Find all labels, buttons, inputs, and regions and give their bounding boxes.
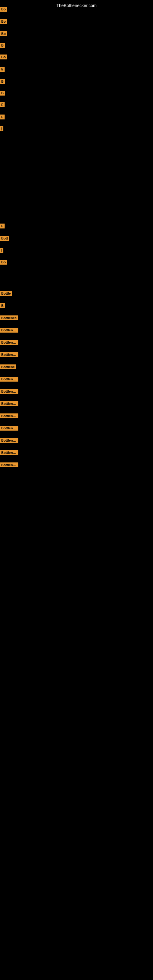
site-title: TheBottlenecker.com <box>0 1 153 10</box>
badge-b17: B <box>0 303 5 308</box>
badge-b1: Bo <box>0 7 7 12</box>
badge-b28: Bottleneck resu <box>0 438 18 443</box>
badge-b30: Bottleneck res <box>0 463 18 467</box>
badge-b2: Bo <box>0 19 7 24</box>
badge-b15: Bo <box>0 260 7 265</box>
badge-b8: B <box>0 91 5 95</box>
badge-b12: E <box>0 224 5 229</box>
badge-b13: Bott <box>0 236 9 241</box>
badge-b6: E <box>0 67 5 72</box>
badge-b19: Bottleneck <box>0 328 18 332</box>
badge-b21: Bottleneck r <box>0 352 18 357</box>
badge-b20: Bottleneck re <box>0 340 18 345</box>
badge-b7: B <box>0 79 5 84</box>
badge-b23: Bottleneck re <box>0 377 18 382</box>
badge-b16: Bottle <box>0 291 12 296</box>
badge-b4: B <box>0 43 5 48</box>
badge-b5: Bo <box>0 54 7 59</box>
badge-b29: Bottleneck resu <box>0 450 18 455</box>
badge-b26: Bottleneck res <box>0 414 18 418</box>
badge-b25: Bottleneck res <box>0 401 18 406</box>
badge-b11: | <box>0 126 3 131</box>
badge-b14: | <box>0 248 3 253</box>
badge-b22: Bottlene <box>0 364 16 369</box>
badge-b9: E <box>0 102 5 107</box>
badge-b27: Bottleneck resu <box>0 426 18 431</box>
badge-b18: Bottlenec <box>0 315 18 320</box>
badge-b10: E <box>0 115 5 119</box>
badge-b3: Bo <box>0 31 7 36</box>
badge-b24: Bottleneck res <box>0 389 18 394</box>
